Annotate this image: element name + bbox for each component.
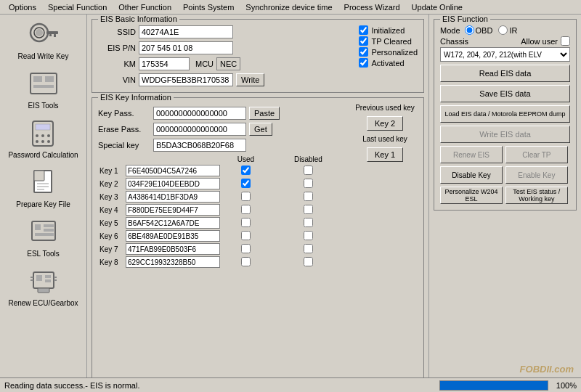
key-used-checkbox[interactable] (241, 179, 251, 188)
key-disabled-checkbox[interactable] (304, 231, 313, 240)
key-label: Key 8 (98, 256, 124, 269)
chassis-select[interactable]: W172, 204, 207, 212(with ELV (440, 47, 570, 62)
key-label: Key 5 (98, 216, 124, 229)
table-row: Key 2 (98, 177, 346, 190)
paste-button[interactable]: Paste (249, 107, 280, 120)
save-eis-button[interactable]: Save EIS data (440, 85, 570, 102)
initialized-row: Initialized (359, 25, 418, 35)
key-value-input[interactable] (126, 178, 220, 189)
key-value-input[interactable] (126, 217, 220, 229)
key-value-input[interactable] (126, 191, 220, 203)
table-row: Key 8 (98, 256, 346, 269)
sidebar-renew-ecu-label: Renew ECU/Gearbox (8, 299, 78, 308)
vin-label: VIN (98, 75, 136, 84)
key-disabled-checkbox[interactable] (304, 218, 313, 227)
right-panel: EIS Function Mode OBD IR Chassis (428, 15, 581, 391)
activated-checkbox[interactable] (359, 58, 368, 68)
calc-icon (25, 119, 60, 148)
chassis-label: Chassis (440, 37, 468, 46)
key-used-checkbox[interactable] (241, 244, 251, 253)
test-eis-button[interactable]: Test EIS status / Working key (505, 187, 568, 204)
key-value-input[interactable] (126, 243, 220, 255)
ir-radio[interactable] (498, 25, 508, 35)
sidebar-password-calc[interactable]: Password Calculation (8, 119, 78, 160)
menu-sync-time[interactable]: Synchronize device time (240, 1, 338, 13)
menu-bar: Options Special Function Other Function … (0, 0, 581, 15)
menu-special-function[interactable]: Special Function (42, 1, 113, 13)
menu-options[interactable]: Options (3, 1, 42, 13)
eis-icon (26, 70, 61, 99)
key-pass-input[interactable] (153, 107, 246, 120)
mode-radio-group: OBD IR (465, 25, 518, 35)
key-used-checkbox[interactable] (241, 231, 251, 240)
prev-key2-button[interactable]: Key 2 (367, 116, 403, 131)
menu-points-system[interactable]: Points System (177, 1, 240, 13)
key-disabled-checkbox[interactable] (304, 166, 313, 175)
key-used-checkbox[interactable] (241, 166, 251, 175)
sidebar-renew-ecu[interactable]: Renew ECU/Gearbox (8, 267, 78, 308)
special-key-input[interactable] (153, 139, 246, 152)
key-used-checkbox[interactable] (241, 257, 251, 266)
erase-pass-input[interactable] (153, 123, 246, 136)
eis-pn-input[interactable] (139, 41, 233, 54)
write-eis-button[interactable]: Write EIS data (440, 126, 570, 143)
tp-cleared-label: TP Cleared (371, 37, 411, 46)
key-used-checkbox[interactable] (241, 218, 251, 227)
sidebar: Read Write Key EIS Tools (0, 15, 87, 391)
activated-label: Activated (371, 59, 404, 68)
initialized-checkbox[interactable] (359, 25, 368, 35)
get-button[interactable]: Get (249, 123, 272, 136)
obd-radio-label[interactable]: OBD (465, 25, 493, 35)
read-eis-button[interactable]: Read EIS data (440, 65, 570, 82)
load-eis-button[interactable]: Load EIS data / Motorola EEPROM dump (440, 105, 570, 123)
ssid-input[interactable] (139, 25, 233, 38)
key-pass-label: Key Pass. (98, 109, 150, 118)
allow-user-checkbox[interactable] (561, 36, 570, 46)
table-row: Key 5 (98, 216, 346, 229)
key-disabled-checkbox[interactable] (304, 192, 313, 201)
last-key1-button[interactable]: Key 1 (367, 147, 403, 162)
km-input[interactable] (139, 57, 190, 70)
renew-eis-button[interactable]: Renew EIS (440, 146, 503, 163)
table-row: Key 4 (98, 203, 346, 216)
chassis-allow-row: Chassis Allow user (440, 36, 570, 46)
menu-update-online[interactable]: Update Online (406, 1, 468, 13)
menu-other-function[interactable]: Other Function (113, 1, 177, 13)
key-value-input[interactable] (126, 230, 220, 242)
sidebar-read-write-key[interactable]: Read Write Key (18, 20, 69, 61)
vin-input[interactable] (139, 73, 233, 86)
clear-tp-button[interactable]: Clear TP (505, 146, 568, 163)
sidebar-eis-tools[interactable]: EIS Tools (26, 70, 61, 110)
menu-process-wizard[interactable]: Process Wizard (338, 1, 406, 13)
key-disabled-checkbox[interactable] (304, 179, 313, 188)
sidebar-esl-tools-label: ESL Tools (27, 250, 59, 258)
key-value-input[interactable] (126, 165, 220, 176)
personalized-checkbox[interactable] (359, 47, 368, 57)
write-button[interactable]: Write (236, 73, 264, 86)
key-used-checkbox[interactable] (241, 192, 251, 201)
key-used-checkbox[interactable] (241, 205, 251, 214)
disable-enable-row: Disable Key Enable Key (440, 166, 570, 184)
km-label: KM (98, 60, 136, 68)
key-icon (26, 20, 61, 49)
enable-key-button[interactable]: Enable Key (505, 166, 568, 184)
key-disabled-checkbox[interactable] (304, 244, 313, 253)
personalize-button[interactable]: Personalize W204 ESL (440, 187, 503, 204)
key-disabled-checkbox[interactable] (304, 205, 313, 214)
used-header: Used (222, 155, 270, 164)
sidebar-esl-tools[interactable]: ESL Tools (26, 218, 61, 258)
svg-rect-7 (33, 76, 42, 82)
ir-radio-label[interactable]: IR (498, 25, 517, 35)
obd-radio[interactable] (465, 25, 474, 35)
sidebar-prepare-key[interactable]: Prepare Key File (16, 168, 70, 209)
tp-cleared-checkbox[interactable] (359, 36, 368, 46)
eis-pn-row: EIS P/N (98, 41, 352, 54)
svg-rect-24 (35, 224, 41, 230)
key-value-input[interactable] (126, 256, 220, 268)
key-disabled-checkbox[interactable] (304, 257, 313, 266)
svg-rect-27 (35, 233, 54, 236)
key-value-input[interactable] (126, 204, 220, 216)
disable-key-button[interactable]: Disable Key (440, 166, 503, 184)
key-label: Key 7 (98, 242, 124, 256)
special-key-label: Special key (98, 141, 150, 150)
